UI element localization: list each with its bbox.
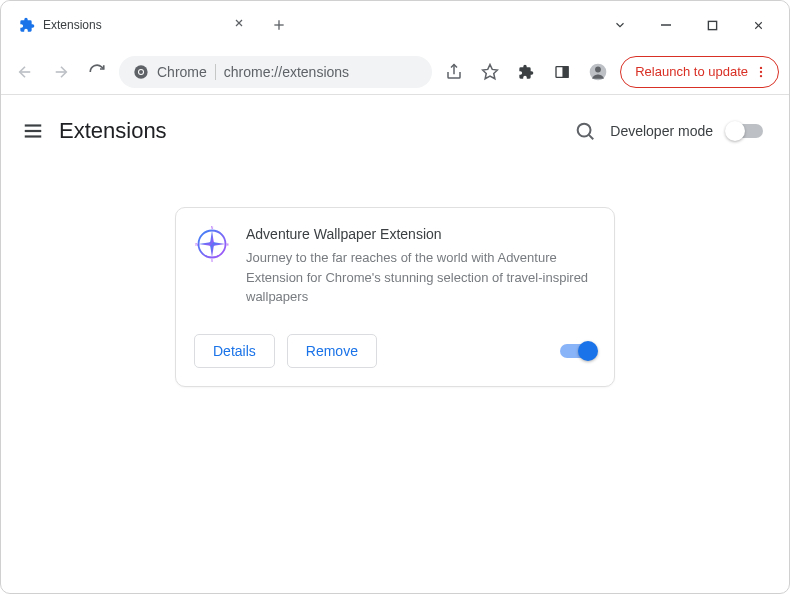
toggle-knob: [725, 121, 745, 141]
close-tab-icon[interactable]: [233, 17, 249, 33]
side-panel-icon[interactable]: [548, 58, 576, 86]
extension-enable-toggle[interactable]: [560, 344, 596, 358]
svg-point-19: [595, 66, 601, 72]
svg-point-26: [578, 124, 591, 137]
chevron-down-icon[interactable]: [597, 5, 643, 45]
extension-name: Adventure Wallpaper Extension: [246, 226, 596, 242]
svg-point-20: [760, 66, 762, 68]
card-top: N S W E Adventure Wallpaper Extension Jo…: [194, 226, 596, 324]
svg-rect-17: [564, 66, 569, 77]
toggle-knob: [578, 341, 598, 361]
forward-button[interactable]: [47, 58, 75, 86]
omnibox-label: Chrome: [157, 64, 207, 80]
titlebar: Extensions: [1, 1, 789, 49]
extension-compass-icon: N S W E: [194, 226, 230, 262]
svg-text:S: S: [211, 259, 214, 262]
chrome-icon: [133, 64, 149, 80]
more-menu-icon: [754, 65, 768, 79]
extension-puzzle-icon: [19, 17, 35, 33]
page-header: Extensions Developer mode: [1, 103, 789, 159]
extension-description: Journey to the far reaches of the world …: [246, 248, 596, 307]
browser-tab[interactable]: Extensions: [9, 7, 259, 43]
separator: [215, 64, 216, 80]
relaunch-to-update-button[interactable]: Relaunch to update: [620, 56, 779, 88]
address-bar[interactable]: Chrome chrome://extensions: [119, 56, 432, 88]
svg-point-22: [760, 74, 762, 76]
svg-line-27: [589, 135, 593, 139]
svg-marker-14: [483, 64, 498, 78]
svg-text:E: E: [226, 243, 229, 247]
card-actions: Details Remove: [194, 334, 596, 368]
developer-mode-toggle[interactable]: [727, 124, 763, 138]
browser-window: Extensions: [0, 0, 790, 594]
browser-toolbar: Chrome chrome://extensions Relaunch to u…: [1, 49, 789, 95]
header-right: Developer mode: [574, 120, 763, 142]
details-button[interactable]: Details: [194, 334, 275, 368]
new-tab-button[interactable]: [265, 11, 293, 39]
minimize-button[interactable]: [643, 5, 689, 45]
tab-title: Extensions: [43, 18, 225, 32]
svg-text:W: W: [195, 243, 199, 247]
profile-avatar-icon[interactable]: [584, 58, 612, 86]
close-window-button[interactable]: [735, 5, 781, 45]
reload-button[interactable]: [83, 58, 111, 86]
menu-hamburger-icon[interactable]: [13, 111, 53, 151]
back-button[interactable]: [11, 58, 39, 86]
page-title: Extensions: [59, 118, 167, 144]
developer-mode-label: Developer mode: [610, 123, 713, 139]
relaunch-label: Relaunch to update: [635, 64, 748, 79]
remove-button[interactable]: Remove: [287, 334, 377, 368]
svg-point-12: [139, 70, 143, 74]
bookmark-star-icon[interactable]: [476, 58, 504, 86]
omnibox-url: chrome://extensions: [224, 64, 349, 80]
svg-point-21: [760, 70, 762, 72]
content-area: N S W E Adventure Wallpaper Extension Jo…: [1, 159, 789, 593]
search-icon[interactable]: [574, 120, 596, 142]
extensions-puzzle-icon[interactable]: [512, 58, 540, 86]
svg-rect-5: [708, 21, 716, 29]
svg-text:N: N: [211, 226, 214, 230]
window-controls: [597, 5, 781, 45]
maximize-button[interactable]: [689, 5, 735, 45]
share-icon[interactable]: [440, 58, 468, 86]
extension-card: N S W E Adventure Wallpaper Extension Jo…: [175, 207, 615, 387]
card-info: Adventure Wallpaper Extension Journey to…: [246, 226, 596, 324]
